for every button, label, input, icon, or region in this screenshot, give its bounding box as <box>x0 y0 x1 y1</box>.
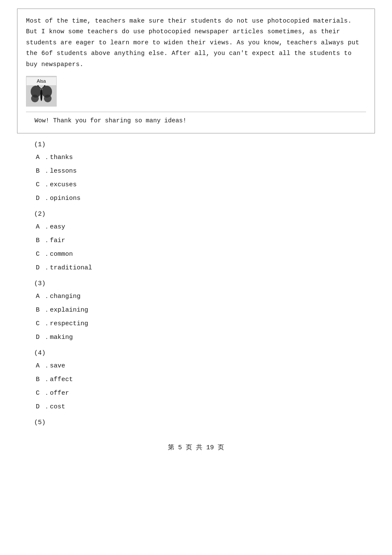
svg-point-4 <box>40 89 43 101</box>
option-1-B[interactable]: B ．lessons <box>34 166 366 176</box>
page-info: 第 5 页 共 19 页 <box>168 444 224 451</box>
option-2-B[interactable]: B ．fair <box>34 236 366 246</box>
svg-point-8 <box>44 85 46 86</box>
question-number-3: (3) <box>34 280 366 287</box>
passage-text: Most of the time, teachers make sure the… <box>26 16 366 70</box>
option-3-C[interactable]: C ．respecting <box>34 319 366 329</box>
passage-box: Most of the time, teachers make sure the… <box>17 9 375 133</box>
option-4-B[interactable]: B ．affect <box>34 375 366 385</box>
option-3-B[interactable]: B ．explaining <box>34 305 366 315</box>
question-number-2: (2) <box>34 211 366 218</box>
option-4-D[interactable]: D ．cost <box>34 402 366 412</box>
thank-you-text: Wow! Thank you for sharing so many ideas… <box>26 116 366 126</box>
option-4-C[interactable]: C ．offer <box>34 388 366 399</box>
question-number-5: (5) <box>34 419 366 426</box>
svg-point-7 <box>37 85 39 86</box>
option-3-A[interactable]: A ．changing <box>34 292 366 302</box>
svg-point-3 <box>44 95 52 102</box>
option-1-C[interactable]: C ．excuses <box>34 180 366 190</box>
svg-point-1 <box>31 95 39 102</box>
option-2-A[interactable]: A ．easy <box>34 222 366 232</box>
questions-area: (1)A ．thanksB ．lessonsC ．excusesD ．opini… <box>17 141 375 426</box>
divider <box>26 112 366 112</box>
option-1-A[interactable]: A ．thanks <box>34 153 366 163</box>
question-number-1: (1) <box>34 141 366 148</box>
option-4-A[interactable]: A ．save <box>34 361 366 371</box>
butterfly-icon <box>30 84 52 104</box>
page-footer: 第 5 页 共 19 页 <box>17 443 375 451</box>
question-number-4: (4) <box>34 350 366 357</box>
option-3-D[interactable]: D ．making <box>34 332 366 343</box>
avatar-label: Alsa <box>26 77 56 85</box>
avatar: Alsa <box>26 76 57 107</box>
avatar-area: Alsa <box>26 76 366 107</box>
option-1-D[interactable]: D ．opinions <box>34 194 366 204</box>
option-2-D[interactable]: D ．traditional <box>34 263 366 273</box>
option-2-C[interactable]: C ．common <box>34 249 366 260</box>
